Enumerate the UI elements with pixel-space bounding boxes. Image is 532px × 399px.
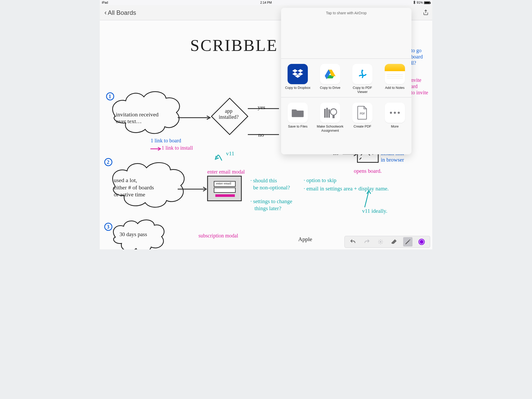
svg-rect-12 bbox=[328, 109, 330, 118]
bubble-3-text: 30 days pass bbox=[119, 231, 147, 238]
status-bar: iPad 2:14 PM 91% bbox=[100, 0, 432, 5]
teal-question-1: · should this be non-optional? bbox=[250, 177, 290, 191]
share-action-copy-to-pdf-viewer[interactable]: Copy to PDF Viewer bbox=[349, 64, 376, 94]
airdrop-hint: Tap to share with AirDrop bbox=[281, 8, 411, 18]
svg-point-16 bbox=[390, 112, 392, 114]
board-title: SCRIBBLE bbox=[190, 36, 278, 55]
notes-icon bbox=[385, 64, 405, 84]
pen-button[interactable] bbox=[403, 237, 413, 247]
share-action-label: Copy to PDF Viewer bbox=[349, 86, 376, 94]
eraser-button[interactable] bbox=[389, 237, 399, 247]
subscription-modal-label: subscription modal bbox=[198, 233, 238, 239]
battery-percent: 91% bbox=[417, 1, 423, 4]
bluetooth-icon-glyph bbox=[413, 1, 416, 5]
clock: 2:14 PM bbox=[260, 1, 272, 4]
share-action-make-schoolwork-assignment[interactable]: Make Schoolwork Assignment bbox=[317, 103, 344, 132]
files-icon bbox=[288, 103, 308, 123]
share-actions-row-2: Save to Files Make Schoolwork Assignment… bbox=[281, 97, 411, 136]
svg-point-8 bbox=[380, 241, 381, 242]
airdrop-area[interactable] bbox=[281, 18, 411, 59]
device-label: iPad bbox=[102, 1, 108, 4]
share-action-copy-to-dropbox[interactable]: Copy to Dropbox bbox=[284, 64, 311, 94]
redo-button[interactable] bbox=[362, 237, 371, 247]
undo-button[interactable] bbox=[348, 237, 358, 247]
share-action-label: Add to Notes bbox=[385, 86, 404, 94]
share-sheet: Tap to share with AirDrop Copy to Dropbo… bbox=[281, 8, 411, 154]
step-3-number: 3 bbox=[107, 224, 109, 230]
svg-rect-5 bbox=[215, 194, 235, 197]
dropbox-icon bbox=[288, 64, 308, 84]
apple-label: Apple bbox=[298, 236, 312, 243]
share-action-label: Copy to Drive bbox=[320, 86, 340, 94]
gdrive-icon bbox=[320, 64, 340, 84]
teal-question-5: v11 ideally. bbox=[362, 208, 387, 214]
svg-rect-14 bbox=[332, 115, 335, 118]
teal-question-2: · settings to change things later? bbox=[250, 198, 292, 212]
share-action-save-to-files[interactable]: Save to Files bbox=[284, 103, 311, 132]
svg-rect-2 bbox=[208, 176, 241, 201]
schoolwork-icon bbox=[320, 103, 340, 123]
share-actions-row-1: Copy to Dropbox Copy to Drive Copy to PD… bbox=[281, 59, 411, 97]
svg-rect-4 bbox=[214, 188, 235, 192]
enter-email-modal-label: enter email modal bbox=[207, 169, 245, 175]
partial-right-b: nvite ard to invite bbox=[411, 77, 428, 96]
share-action-label: Make Schoolwork Assignment bbox=[317, 124, 344, 132]
diamond-text: app installed? bbox=[219, 108, 239, 120]
share-action-label: Save to Files bbox=[288, 124, 308, 132]
branch-yes: yes bbox=[258, 104, 265, 111]
bubble-2-text: used a lot, either # of boards or active… bbox=[114, 177, 154, 198]
share-action-copy-to-drive[interactable]: Copy to Drive bbox=[317, 64, 344, 94]
share-action-add-to-notes[interactable]: Add to Notes bbox=[381, 64, 409, 94]
svg-rect-11 bbox=[326, 108, 328, 118]
step-1-number: 1 bbox=[109, 94, 111, 99]
svg-point-18 bbox=[398, 112, 400, 114]
share-action-label: Create PDF bbox=[354, 124, 371, 132]
svg-point-9 bbox=[362, 70, 363, 71]
branch-no: no bbox=[258, 131, 264, 138]
back-button[interactable]: ‹ All Boards bbox=[104, 9, 136, 17]
current-color-swatch bbox=[418, 239, 425, 245]
pdf-viewer-icon bbox=[352, 64, 373, 84]
v11-label: v11 bbox=[226, 150, 234, 157]
partial-right-a: to go board ll? bbox=[411, 47, 423, 66]
step-2-number: 2 bbox=[107, 159, 109, 165]
link-note-line1: 1 link to board bbox=[151, 138, 181, 144]
battery-icon bbox=[424, 1, 430, 4]
status-right-cluster: 91% bbox=[412, 1, 430, 5]
svg-text:PDF: PDF bbox=[360, 112, 365, 115]
chevron-left-icon: ‹ bbox=[104, 9, 107, 17]
bubble-1-text: invitation received over text… bbox=[116, 111, 158, 125]
opens-board-label: opens board. bbox=[354, 168, 382, 174]
share-action-label: Copy to Dropbox bbox=[285, 86, 310, 94]
share-action-more[interactable]: More bbox=[381, 103, 409, 132]
teal-question-3: · option to skip bbox=[304, 177, 336, 184]
laser-pointer-button[interactable] bbox=[376, 237, 385, 247]
link-note-line2: 1 link to install bbox=[162, 145, 193, 151]
teal-question-4: · email in settings area + display name. bbox=[304, 185, 389, 192]
create-pdf-icon: PDF bbox=[352, 103, 373, 123]
drawing-toolbar bbox=[344, 236, 430, 248]
share-action-label: More bbox=[391, 124, 399, 132]
share-action-create-pdf[interactable]: PDF Create PDF bbox=[349, 103, 376, 132]
svg-rect-10 bbox=[324, 109, 326, 118]
share-button[interactable] bbox=[422, 9, 430, 16]
more-icon bbox=[385, 103, 405, 123]
back-label: All Boards bbox=[108, 9, 136, 16]
color-picker-button[interactable] bbox=[417, 237, 426, 247]
svg-point-17 bbox=[394, 112, 396, 114]
enter-email-field-label: enter email bbox=[216, 181, 231, 185]
